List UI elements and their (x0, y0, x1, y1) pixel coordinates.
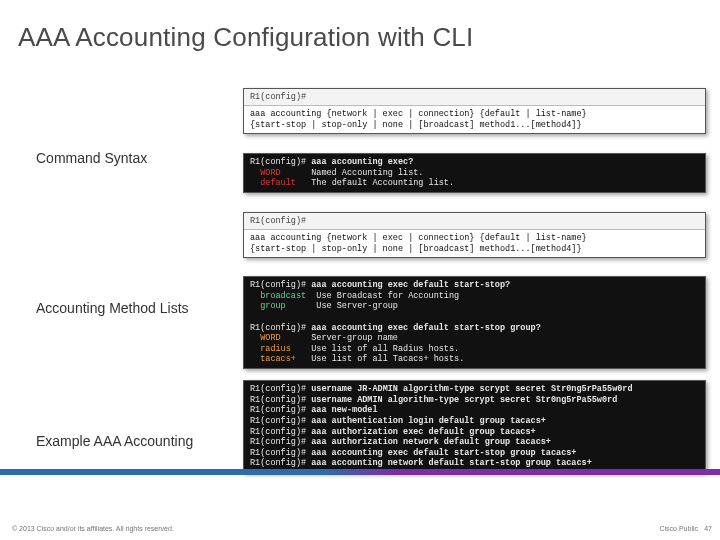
cli-prompt: R1(config)# (244, 89, 705, 106)
slide: AAA Accounting Configuration with CLI Co… (0, 0, 720, 540)
cli-prompt: R1(config)# (244, 213, 705, 230)
label-command-syntax: Command Syntax (36, 150, 147, 166)
cli-body: aaa accounting {network | exec | connect… (244, 106, 705, 133)
cli-body-dark: R1(config)# username JR-ADMIN algorithm-… (244, 381, 705, 472)
page-title: AAA Accounting Configuration with CLI (18, 22, 473, 53)
cli-body: aaa accounting {network | exec | connect… (244, 230, 705, 257)
cli-body-dark: R1(config)# aaa accounting exec? WORD Na… (244, 154, 705, 192)
cli-box-method-lists: R1(config)# aaa accounting exec default … (243, 276, 706, 369)
cli-box-example: R1(config)# username JR-ADMIN algorithm-… (243, 380, 706, 473)
page-number: 47 (704, 525, 712, 532)
accent-band (0, 469, 720, 475)
cli-body-dark: R1(config)# aaa accounting exec default … (244, 277, 705, 368)
footer-classification: Cisco Public (659, 525, 698, 532)
label-accounting-method-lists: Accounting Method Lists (36, 300, 189, 316)
cli-box-syntax-1: R1(config)# aaa accounting {network | ex… (243, 88, 706, 134)
label-example-aaa-accounting: Example AAA Accounting (36, 433, 193, 449)
cli-box-syntax-help: R1(config)# aaa accounting exec? WORD Na… (243, 153, 706, 193)
cli-box-syntax-2: R1(config)# aaa accounting {network | ex… (243, 212, 706, 258)
footer-copyright: © 2013 Cisco and/or its affiliates. All … (12, 525, 174, 532)
